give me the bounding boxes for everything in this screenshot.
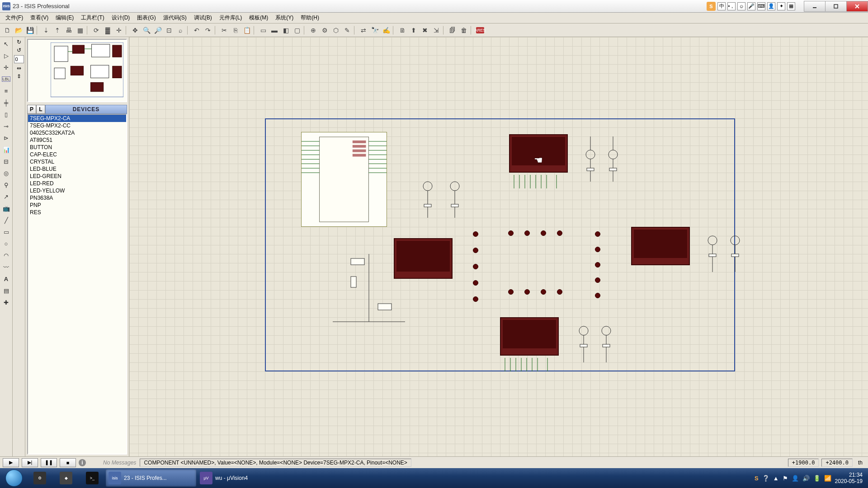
tray-battery-icon[interactable]: 🔋	[813, 475, 821, 482]
menu-item[interactable]: 模板(M)	[245, 13, 272, 23]
block-copy-button[interactable]: ▭	[258, 25, 269, 36]
seven-seg-3[interactable]	[631, 227, 690, 265]
block-delete-button[interactable]: ▢	[292, 25, 302, 36]
transistor-group-q1q2[interactable]	[577, 136, 631, 186]
voltage-probe-button[interactable]: ⚲	[1, 180, 11, 190]
save-file-button[interactable]: 💾	[24, 25, 35, 36]
tray-flag-icon[interactable]: ⚑	[783, 475, 788, 482]
device-row[interactable]: PNP	[28, 202, 126, 209]
ime-keyboard-icon[interactable]: ⌨	[757, 2, 765, 10]
ares-button[interactable]: ARES	[475, 25, 486, 36]
menu-item[interactable]: 设计(D)	[108, 13, 134, 23]
virtual-instruments-button[interactable]: 📺	[1, 203, 11, 213]
schematic-canvas[interactable]: ☚	[129, 37, 868, 456]
zoom-area-button[interactable]: ⌕	[175, 25, 186, 36]
tape-mode-button[interactable]: ⊟	[1, 156, 11, 166]
device-row[interactable]: LED-YELLOW	[28, 187, 126, 194]
current-probe-button[interactable]: ↗	[1, 192, 11, 202]
rotate-cw-button[interactable]: ↻	[17, 39, 21, 45]
netlist-button[interactable]: ⇲	[431, 25, 442, 36]
package-button[interactable]: ⬡	[330, 25, 341, 36]
device-row[interactable]: BUTTON	[28, 144, 126, 151]
device-row[interactable]: 04025C332KAT2A	[28, 129, 126, 136]
device-list[interactable]: 7SEG-MPX2-CA7SEG-MPX2-CC04025C332KAT2AAT…	[27, 114, 127, 455]
ime-mic-icon[interactable]: 🎤	[747, 2, 755, 10]
cut-button[interactable]: ✂	[219, 25, 230, 36]
taskbar-pinned-2[interactable]: ◆	[53, 469, 79, 487]
device-row[interactable]: LED-BLUE	[28, 165, 126, 173]
device-row[interactable]: AT89C51	[28, 136, 126, 144]
close-button[interactable]	[846, 1, 868, 12]
transistor-group-q3q4[interactable]	[699, 227, 753, 277]
junction-mode-button[interactable]: ✛	[1, 62, 11, 72]
menu-item[interactable]: 查看(V)	[27, 13, 52, 23]
ime-gear-icon[interactable]: ✦	[777, 2, 785, 10]
taskbar-pinned-3[interactable]: >_	[80, 469, 105, 487]
text-button[interactable]: A	[1, 274, 11, 284]
remove-sheet-button[interactable]: 🗑	[458, 25, 469, 36]
wire-autorouter-button[interactable]: ⇄	[358, 25, 369, 36]
import-button[interactable]: ⇣	[41, 25, 52, 36]
component-mode-button[interactable]: ▷	[1, 51, 11, 61]
overview-window[interactable]	[27, 39, 127, 102]
minimize-button[interactable]	[804, 1, 826, 12]
selection-mode-button[interactable]: ↖	[1, 39, 11, 49]
menu-item[interactable]: 帮助(H)	[297, 13, 323, 23]
rotate-ccw-button[interactable]: ↺	[17, 47, 21, 53]
ime-grid-icon[interactable]: ▦	[787, 2, 795, 10]
erc-button[interactable]: ⬆	[408, 25, 419, 36]
line-button[interactable]: ╱	[1, 215, 11, 225]
zoom-all-button[interactable]: ⊡	[164, 25, 175, 36]
bus-mode-button[interactable]: ╪	[1, 98, 11, 108]
terminals-button[interactable]: ⊸	[1, 121, 11, 131]
new-file-button[interactable]: 🗋	[2, 25, 13, 36]
transistor-group-q9q10[interactable]	[410, 168, 473, 222]
wire-label-button[interactable]: LBL	[1, 74, 11, 84]
menu-item[interactable]: 文件(F)	[2, 13, 27, 23]
ime-punct-icon[interactable]: •，	[727, 2, 736, 10]
step-button[interactable]: ▶|	[22, 458, 38, 467]
stop-button[interactable]: ■	[60, 458, 76, 467]
tray-user-icon[interactable]: 👤	[792, 475, 799, 482]
device-row[interactable]: LED-RED	[28, 180, 126, 187]
start-button[interactable]	[2, 469, 26, 487]
subcircuit-button[interactable]: ▯	[1, 109, 11, 119]
grid-button[interactable]: ▓	[102, 25, 113, 36]
pan-button[interactable]: ✥	[130, 25, 141, 36]
block-move-button[interactable]: ▬	[269, 25, 280, 36]
zoom-out-button[interactable]: 🔎	[152, 25, 163, 36]
taskbar-app[interactable]: isis23 - ISIS Profes...	[106, 469, 196, 487]
property-assign-button[interactable]: ✍	[381, 25, 392, 36]
open-file-button[interactable]: 📂	[13, 25, 24, 36]
block-rotate-button[interactable]: ◧	[280, 25, 291, 36]
maximize-button[interactable]	[825, 1, 847, 12]
arc-button[interactable]: ◠	[1, 250, 11, 260]
tray-chevron-up-icon[interactable]: ▲	[773, 475, 779, 482]
led-row-top[interactable]	[508, 230, 562, 236]
graph-mode-button[interactable]: 📊	[1, 145, 11, 155]
netlist-ares-button[interactable]: ✖	[420, 25, 430, 36]
device-row[interactable]: PN3638A	[28, 194, 126, 202]
menu-item[interactable]: 工具栏(T)	[77, 13, 108, 23]
taskbar-pinned-1[interactable]: ⚙	[27, 469, 52, 487]
ime-person-icon[interactable]: 👤	[767, 2, 775, 10]
pick-button[interactable]: ⊕	[308, 25, 319, 36]
paste-button[interactable]: 📋	[241, 25, 252, 36]
path-button[interactable]: 〰	[1, 262, 11, 272]
tray-clock[interactable]: 21:34 2020-05-19	[835, 472, 863, 485]
rotation-input[interactable]	[14, 55, 24, 63]
mirror-h-button[interactable]: ⇔	[17, 65, 21, 71]
decompose-button[interactable]: ✎	[342, 25, 353, 36]
tray-volume-icon[interactable]: 🔊	[802, 475, 810, 482]
menu-item[interactable]: 元件库(L)	[216, 13, 246, 23]
box-button[interactable]: ▭	[1, 227, 11, 237]
button-col[interactable]	[473, 231, 478, 302]
bill-of-materials-button[interactable]: 🗎	[397, 25, 408, 36]
marker-button[interactable]: ✚	[1, 297, 11, 307]
undo-button[interactable]: ↶	[191, 25, 202, 36]
copy-button[interactable]: ⎘	[230, 25, 241, 36]
mcu-chip[interactable]	[301, 132, 387, 227]
device-row[interactable]: RES	[28, 209, 126, 216]
tray-sogou-icon[interactable]: S	[755, 475, 759, 482]
print-button[interactable]: 🖶	[63, 25, 74, 36]
